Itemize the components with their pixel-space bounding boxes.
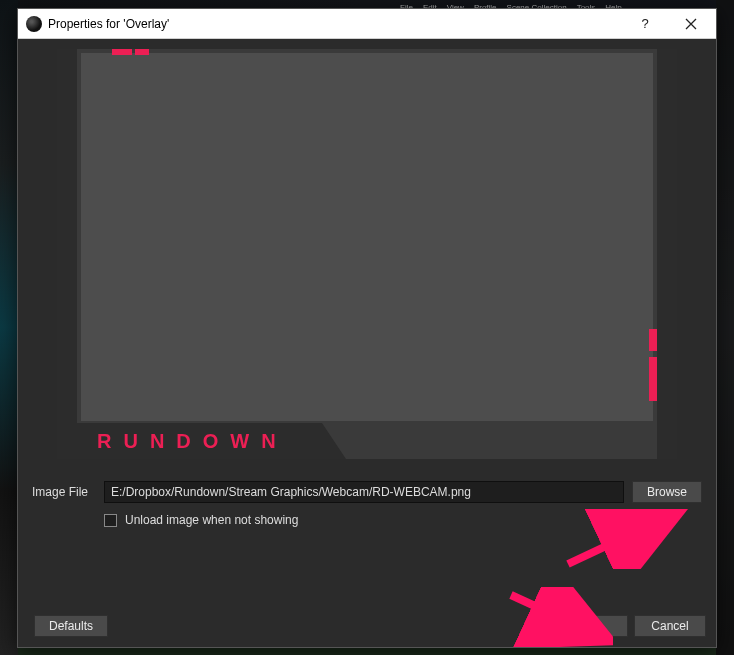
close-button[interactable] [668,9,714,39]
defaults-button[interactable]: Defaults [34,615,108,637]
ok-button[interactable]: OK [556,615,628,637]
image-file-input[interactable] [104,481,624,503]
source-preview: RUNDOWN [28,49,706,469]
properties-dialog: Properties for 'Overlay' ? RUNDOWN Ima [17,8,717,648]
unload-checkbox-label: Unload image when not showing [125,513,298,527]
window-title: Properties for 'Overlay' [48,17,169,31]
unload-checkbox[interactable] [104,514,117,527]
cancel-button[interactable]: Cancel [634,615,706,637]
help-button[interactable]: ? [622,9,668,39]
overlay-brand-text: RUNDOWN [97,430,288,453]
image-file-label: Image File [32,485,96,499]
browse-button[interactable]: Browse [632,481,702,503]
app-icon [26,16,42,32]
titlebar[interactable]: Properties for 'Overlay' ? [18,9,716,39]
